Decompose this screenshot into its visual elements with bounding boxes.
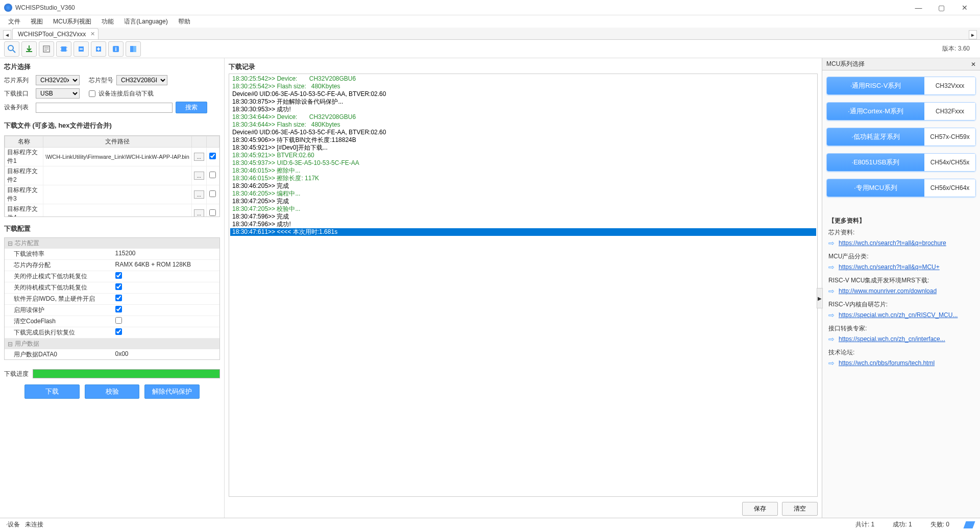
resource-link[interactable]: https://special.wch.cn/zh_cn/RISCV_MCU..…	[839, 311, 958, 319]
file-enable-checkbox[interactable]	[209, 209, 216, 216]
auto-download-checkbox[interactable]	[89, 90, 95, 97]
resource-link[interactable]: https://wch.cn/search?t=all&q=brochure	[839, 239, 946, 247]
toolbar-search-icon[interactable]	[4, 41, 19, 57]
arrow-icon: ⇨	[828, 335, 835, 343]
menu-mcu-series[interactable]: MCU系列视图	[49, 16, 95, 27]
log-box[interactable]: 18:30:25:542>> Device: CH32V208GBU618:30…	[229, 74, 818, 497]
status-fail: 失败: 0	[930, 520, 949, 529]
download-button[interactable]: 下载	[24, 384, 80, 399]
tab-label: WCHISPTool_CH32Vxxx	[18, 31, 86, 38]
clear-log-button[interactable]: 清空	[782, 502, 818, 516]
titlebar: WCHISPStudio_V360 — ▢ ✕	[0, 0, 980, 15]
menu-view[interactable]: 视图	[27, 16, 47, 27]
series-right[interactable]: CH32Vxxx	[924, 77, 975, 94]
config-checkbox[interactable]	[115, 306, 122, 312]
toolbar-info-icon[interactable]: i	[108, 41, 124, 57]
verify-button[interactable]: 校验	[85, 384, 140, 399]
log-line: 18:30:47:205>> 完成	[230, 198, 816, 205]
resource-link[interactable]: https://wch.cn/bbs/forums/tech.html	[839, 359, 935, 367]
main: 芯片选择 芯片系列 CH32V20x 芯片型号 CH32V208GBU6 下载接…	[0, 58, 980, 518]
toolbar-chip1-icon[interactable]	[56, 41, 71, 57]
file-name: 目标程序文件1	[5, 148, 43, 166]
resource-link-row: ⇨ https://wch.cn/search?t=all&q=MCU+	[828, 263, 974, 271]
file-name: 目标程序文件3	[5, 185, 43, 204]
series-select[interactable]: CH32V20x	[36, 75, 80, 85]
save-log-button[interactable]: 保存	[742, 502, 778, 516]
config-key: 芯片内存分配	[5, 260, 112, 271]
log-line: 18:30:45:921>> [#Dev0]开始下载...	[230, 144, 816, 152]
tab-prev[interactable]: ◄	[3, 30, 11, 39]
resource-label: 技术论坛:	[828, 348, 974, 357]
resource-link[interactable]: https://special.wch.cn/zh_cn/interface..…	[839, 335, 945, 343]
series-right[interactable]: CH56x/CH64x	[924, 179, 975, 197]
config-checkbox[interactable]	[115, 272, 122, 279]
close-button[interactable]: ✕	[953, 1, 976, 15]
series-right[interactable]: CH54x/CH55x	[924, 154, 975, 171]
svg-rect-3	[61, 46, 66, 52]
menu-help[interactable]: 帮助	[174, 16, 194, 27]
unlock-button[interactable]: 解除代码保护	[144, 384, 200, 399]
minimize-button[interactable]: —	[907, 1, 930, 15]
browse-button[interactable]: ...	[194, 172, 204, 180]
series-item: ·通用RISC-V系列CH32Vxxx	[826, 77, 976, 95]
resources: 【更多资料】 芯片资料: ⇨ https://wch.cn/search?t=a…	[822, 210, 980, 374]
series-item: ·低功耗蓝牙系列CH57x-CH59x	[826, 128, 976, 146]
menu-function[interactable]: 功能	[97, 16, 118, 27]
series-list: ·通用RISC-V系列CH32Vxxx·通用Cortex-M系列CH32Fxxx…	[822, 70, 980, 210]
series-left[interactable]: ·通用RISC-V系列	[827, 77, 924, 94]
browse-button[interactable]: ...	[194, 209, 204, 217]
resource-link-row: ⇨ http://www.mounriver.com/download	[828, 287, 974, 295]
resource-link[interactable]: http://www.mounriver.com/download	[839, 287, 937, 295]
devlist-input[interactable]	[36, 103, 173, 113]
menu-file[interactable]: 文件	[4, 16, 24, 27]
config-checkbox[interactable]	[115, 328, 122, 335]
log-line: 18:30:47:205>> 校验中...	[230, 205, 816, 213]
maximize-button[interactable]: ▢	[930, 1, 953, 15]
browse-button[interactable]: ...	[194, 153, 204, 161]
tab-close-icon[interactable]: ✕	[90, 31, 95, 37]
svg-point-0	[8, 45, 13, 51]
log-line: 18:30:25:542>> Device: CH32V208GBU6	[230, 75, 816, 83]
toolbar-book-icon[interactable]	[126, 41, 141, 57]
resource-link[interactable]: https://wch.cn/search?t=all&q=MCU+	[839, 263, 940, 271]
menu-language[interactable]: 语言(Language)	[120, 16, 172, 27]
eraser-icon[interactable]	[963, 521, 975, 528]
svg-text:i: i	[115, 46, 116, 52]
config-group1[interactable]: ⊟芯片配置	[5, 238, 219, 249]
toolbar-download-icon[interactable]	[21, 41, 37, 57]
port-select[interactable]: USB	[36, 88, 80, 99]
toolbar-chip3-icon[interactable]	[91, 41, 106, 57]
log-line: Device#0 UID:06-3E-A5-10-53-5C-FE-AA, BT…	[230, 129, 816, 136]
toolbar-verify-icon[interactable]	[39, 41, 54, 57]
resource-link-row: ⇨ https://special.wch.cn/zh_cn/RISCV_MCU…	[828, 311, 974, 319]
expand-right-icon[interactable]: ▶	[817, 288, 823, 308]
series-left[interactable]: ·低功耗蓝牙系列	[827, 128, 924, 146]
series-item: ·通用Cortex-M系列CH32Fxxx	[826, 102, 976, 120]
right-close-icon[interactable]: ✕	[971, 61, 976, 68]
file-enable-checkbox[interactable]	[209, 153, 216, 159]
log-line: 18:30:46:205>> 编程中...	[230, 190, 816, 198]
series-left[interactable]: ·通用Cortex-M系列	[827, 103, 924, 120]
config-checkbox[interactable]	[115, 283, 122, 290]
config-key: 关闭待机模式下低功耗复位	[5, 282, 112, 293]
series-left[interactable]: ·E8051USB系列	[827, 154, 924, 171]
toolbar-chip2-icon[interactable]	[74, 41, 89, 57]
config-checkbox[interactable]	[115, 295, 122, 301]
config-group2[interactable]: ⊟用户数据	[5, 339, 219, 349]
auto-download-label: 设备连接后自动下载	[99, 89, 154, 98]
search-button[interactable]: 搜索	[176, 102, 207, 113]
log-line: 18:30:47:596>> 完成	[230, 213, 816, 221]
series-right[interactable]: CH57x-CH59x	[924, 128, 975, 146]
browse-button[interactable]: ...	[194, 190, 204, 199]
tab-next[interactable]: ►	[969, 30, 977, 39]
model-select[interactable]: CH32V208GBU6	[116, 75, 167, 85]
series-right[interactable]: CH32Fxxx	[924, 103, 975, 120]
progress-label: 下载进度	[4, 370, 29, 378]
status-unconnected: 未连接	[25, 520, 43, 529]
model-label: 芯片型号	[89, 76, 113, 85]
config-checkbox[interactable]	[115, 317, 122, 324]
series-left[interactable]: ·专用MCU系列	[827, 179, 924, 197]
file-enable-checkbox[interactable]	[209, 190, 216, 197]
tab-active[interactable]: WCHISPTool_CH32Vxxx ✕	[12, 28, 99, 39]
file-enable-checkbox[interactable]	[209, 172, 216, 178]
